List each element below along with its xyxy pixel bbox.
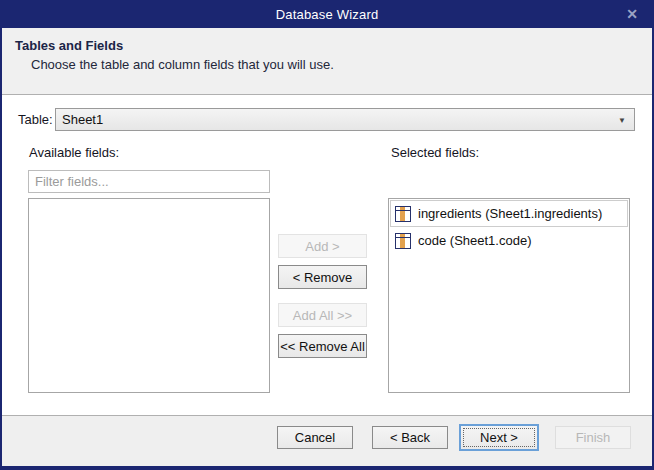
selected-fields-label: Selected fields:	[391, 145, 479, 160]
table-select[interactable]: Sheet1 ▼	[55, 108, 635, 131]
next-button[interactable]: Next >	[459, 424, 539, 451]
footer-bar: Cancel < Back Next > Finish	[2, 415, 652, 466]
table-field-icon	[395, 206, 411, 222]
remove-button[interactable]: < Remove	[278, 265, 367, 289]
list-item[interactable]: code (Sheet1.code)	[390, 227, 628, 254]
wizard-step-header: Tables and Fields Choose the table and c…	[2, 28, 652, 95]
close-icon[interactable]: ✕	[622, 4, 642, 24]
list-item-label: code (Sheet1.code)	[418, 233, 531, 248]
remove-all-button[interactable]: << Remove All	[278, 334, 367, 358]
filter-fields-input[interactable]	[28, 170, 270, 193]
table-select-value: Sheet1	[62, 112, 103, 127]
table-label: Table:	[18, 112, 53, 127]
finish-button: Finish	[555, 426, 631, 449]
available-fields-list[interactable]	[28, 198, 270, 393]
back-button[interactable]: < Back	[372, 426, 448, 449]
database-wizard-dialog: Database Wizard ✕ Tables and Fields Choo…	[0, 0, 654, 470]
add-all-button: Add All >>	[278, 303, 367, 327]
step-subtitle: Choose the table and column fields that …	[31, 57, 334, 72]
table-field-icon	[395, 233, 411, 249]
available-fields-label: Available fields:	[29, 145, 119, 160]
step-title: Tables and Fields	[15, 38, 123, 53]
selected-fields-list[interactable]: ingredients (Sheet1.ingredients) code (S…	[388, 198, 630, 393]
chevron-down-icon: ▼	[618, 116, 626, 125]
list-item-label: ingredients (Sheet1.ingredients)	[418, 206, 602, 221]
list-item[interactable]: ingredients (Sheet1.ingredients)	[390, 200, 628, 227]
add-button: Add >	[278, 234, 367, 258]
cancel-button[interactable]: Cancel	[277, 426, 353, 449]
titlebar: Database Wizard ✕	[0, 0, 654, 28]
content-area: Table: Sheet1 ▼ Available fields: Select…	[2, 95, 652, 415]
window-title: Database Wizard	[276, 7, 379, 22]
